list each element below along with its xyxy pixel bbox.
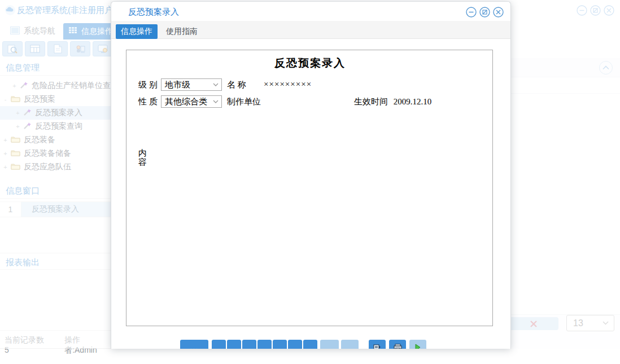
print-icon — [394, 344, 402, 349]
run-icon — [414, 344, 421, 349]
nature-select[interactable]: 其他综合类 — [161, 95, 222, 108]
export-icon — [373, 344, 381, 349]
dialog-tab-user-guide[interactable]: 使用指南 — [163, 24, 200, 39]
chevron-down-icon — [213, 83, 219, 86]
pager-button-wide[interactable]: ··· — [180, 340, 208, 349]
chevron-down-icon — [213, 100, 219, 103]
plan-entry-dialog: 反恐预案录入 信息操作 使用指南 反恐预案录入 级 别 地市级 名 称 ××××… — [111, 1, 511, 349]
effective-label: 生效时间 — [354, 97, 388, 106]
pager-button-1[interactable] — [212, 340, 226, 349]
content-label: 内容 — [138, 148, 148, 166]
nature-label: 性 质 — [138, 97, 158, 107]
maker-label: 制作单位 — [227, 97, 261, 107]
name-value[interactable]: ××××××××× — [264, 80, 312, 89]
export-button[interactable] — [369, 340, 386, 349]
print-button[interactable] — [389, 340, 406, 349]
level-label: 级 别 — [138, 80, 158, 90]
dialog-restore-button[interactable] — [479, 7, 490, 19]
form-title: 反恐预案录入 — [126, 56, 494, 71]
pager-button-4[interactable] — [257, 340, 272, 349]
dialog-close-button[interactable] — [493, 7, 504, 19]
pager-button-6[interactable] — [288, 340, 302, 349]
dialog-window-controls — [466, 7, 504, 19]
pager-button-2[interactable] — [227, 340, 241, 349]
pager-button-3[interactable] — [242, 340, 256, 349]
effective-value[interactable]: 2009.12.10 — [394, 97, 432, 106]
run-button[interactable] — [409, 340, 426, 349]
effective-time: 生效时间 2009.12.10 — [354, 97, 431, 107]
plan-entry-form: 反恐预案录入 级 别 地市级 名 称 ××××××××× 性 质 其他综合类 制… — [126, 50, 493, 326]
dialog-bottom-toolbar: ··· — [111, 340, 511, 349]
pager-button-disabled-2[interactable] — [341, 340, 359, 349]
pager-button-5[interactable] — [273, 340, 287, 349]
pager-button-7[interactable] — [303, 340, 317, 349]
name-label: 名 称 — [227, 80, 246, 90]
dialog-title: 反恐预案录入 — [128, 7, 179, 17]
dialog-minimize-button[interactable] — [466, 7, 477, 19]
screen: 反恐管理系统(非注册用户 系统导航 信息操作 信息管理 + 危险品生产经销 — [0, 0, 620, 364]
dialog-tabbar: 信息操作 使用指南 — [111, 21, 511, 39]
level-value: 地市级 — [165, 80, 190, 90]
nature-value: 其他综合类 — [165, 97, 207, 107]
level-select[interactable]: 地市级 — [161, 78, 222, 91]
pager-button-disabled-1[interactable] — [320, 340, 339, 349]
dialog-tab-info-operation[interactable]: 信息操作 — [116, 24, 158, 39]
